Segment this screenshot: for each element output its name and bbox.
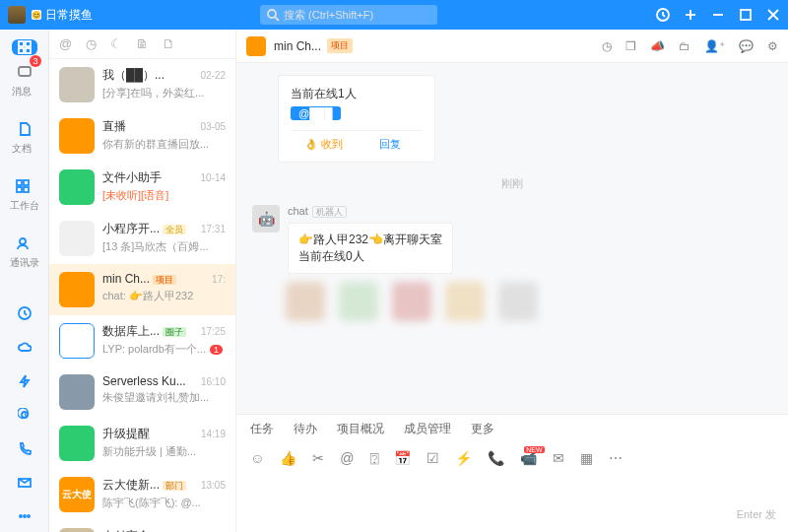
titlebar: 😊 日常摸鱼 搜索 (Ctrl+Shift+F): [0, 0, 788, 30]
chat-time: 17:: [212, 274, 226, 285]
chat-name: 我（██）...: [102, 67, 164, 84]
bot-message: 🤖 chat机器人 👉路人甲232👈离开聊天室 当前在线0人: [252, 205, 772, 274]
sidebar-apps[interactable]: [12, 39, 37, 55]
card-mention-pill[interactable]: @███: [291, 106, 341, 120]
chat-avatar: [59, 528, 95, 532]
chat-list-item[interactable]: 云大使 云大使新...部门13:05 陈宇飞(陈宇飞): @...: [49, 469, 235, 520]
call-icon[interactable]: 📞: [488, 450, 504, 466]
card-receive-button[interactable]: 👌 收到: [291, 137, 357, 152]
bolt-icon[interactable]: ⚡: [455, 450, 472, 466]
chat-list-item[interactable]: min Ch...项目17: chat: 👉路人甲232: [49, 264, 235, 315]
header-settings-icon[interactable]: ⚙: [767, 39, 778, 53]
chat-list-item[interactable]: 支付宝合...部门12:29: [49, 520, 235, 532]
message-area: 当前在线1人 @███ 👌 收到 回复 刚刚 🤖 chat机器人 👉路人甲232…: [236, 63, 788, 414]
tab-more[interactable]: 更多: [471, 421, 494, 437]
workspace-title: 日常摸鱼: [45, 7, 93, 24]
header-history-icon[interactable]: ◷: [602, 39, 612, 53]
plus-icon[interactable]: [684, 8, 697, 22]
sidebar-phone-icon[interactable]: [12, 440, 37, 456]
chat-time: 14:19: [201, 429, 226, 439]
svg-rect-12: [26, 48, 31, 53]
filter-moon-icon[interactable]: ☾: [110, 36, 122, 51]
tab-tasks[interactable]: 任务: [250, 421, 274, 437]
chat-list-item[interactable]: 直播03-05 你有新的群直播回放...: [49, 110, 235, 162]
header-layers-icon[interactable]: ❒: [625, 39, 636, 53]
svg-point-18: [20, 238, 26, 244]
compose-toolbar: ☺ 👍 ✂ @ ⍰ 📅 ☑ ⚡ 📞 📹NEW ✉ ▦ ⋯: [236, 443, 788, 473]
video-icon[interactable]: 📹NEW: [520, 450, 537, 466]
svg-rect-9: [19, 41, 24, 46]
filter-at-icon[interactable]: @: [59, 36, 72, 51]
search-icon: [266, 8, 280, 22]
info-card: 当前在线1人 @███ 👌 收到 回复: [278, 75, 435, 163]
card-reply-button[interactable]: 回复: [357, 137, 423, 152]
filter-page-icon[interactable]: 🗋: [163, 36, 175, 51]
tab-members[interactable]: 成员管理: [404, 421, 451, 437]
status-icon: 😊: [32, 10, 41, 20]
chat-list-item[interactable]: 我（██）...02-22 [分享]在吗，外卖红...: [49, 59, 235, 110]
sidebar-workbench[interactable]: [10, 173, 35, 199]
time-separator: 刚刚: [252, 176, 772, 191]
task-icon[interactable]: ⍰: [370, 450, 378, 466]
sidebar-more-icon[interactable]: [12, 508, 37, 524]
tab-overview[interactable]: 项目概况: [337, 421, 384, 437]
header-folder-icon[interactable]: 🗀: [679, 39, 690, 53]
chat-preview: 朱俊望邀请刘礼赞加...: [102, 390, 226, 405]
user-avatar[interactable]: [8, 6, 26, 24]
chat-title: min Ch...: [274, 39, 321, 53]
sidebar-mail-icon[interactable]: [12, 475, 37, 491]
svg-rect-11: [19, 48, 24, 53]
chat-list-item[interactable]: 数据库上...圈子17:25 LYP: polardb有一个...1: [49, 315, 235, 366]
grid-icon[interactable]: ▦: [580, 450, 593, 466]
history-icon[interactable]: [656, 8, 670, 22]
chat-list: @ ◷ ☾ 🗎 🗋 我（██）...02-22 [分享]在吗，外卖红... 直播…: [49, 30, 236, 532]
close-icon[interactable]: [766, 8, 780, 22]
chat-avatar: [59, 426, 95, 461]
scissors-icon[interactable]: ✂: [312, 450, 324, 466]
tab-todo[interactable]: 待办: [294, 421, 317, 437]
more-tools-icon[interactable]: ⋯: [609, 450, 623, 466]
mail2-icon[interactable]: ✉: [553, 450, 564, 466]
filter-clock-icon[interactable]: ◷: [86, 36, 97, 51]
checkbox-icon[interactable]: ☑: [427, 450, 439, 466]
svg-rect-17: [24, 187, 29, 192]
chat-name: min Ch...项目: [102, 272, 176, 287]
sidebar-docs[interactable]: [12, 116, 37, 142]
chat-name: 文件小助手: [102, 169, 162, 186]
chat-pane: min Ch... 项目 ◷ ❒ 📣 🗀 👤⁺ 💬 ⚙ 当前在线1人 @███ …: [236, 30, 788, 532]
chat-list-item[interactable]: Serverless Ku...16:10 朱俊望邀请刘礼赞加...: [49, 366, 235, 418]
svg-rect-13: [19, 67, 31, 76]
sidebar-messages[interactable]: 3: [12, 59, 37, 85]
header-chat-icon[interactable]: 💬: [739, 39, 754, 53]
sidebar-clock-icon[interactable]: [12, 305, 37, 321]
chat-list-item[interactable]: 小程序开...全员17:31 [13 条]马欣杰（百姆...: [49, 213, 235, 264]
chat-tabs: 任务 待办 项目概况 成员管理 更多: [236, 414, 788, 443]
svg-rect-16: [17, 187, 22, 192]
chat-preview: 新功能升级 | 通勤...: [102, 444, 226, 459]
header-announce-icon[interactable]: 📣: [650, 39, 665, 53]
emoji-icon[interactable]: ☺: [250, 450, 264, 466]
calendar-icon[interactable]: 📅: [394, 450, 411, 466]
maximize-icon[interactable]: [739, 8, 753, 22]
sidebar-at-icon[interactable]: [12, 407, 37, 423]
compose-input[interactable]: Enter 发: [236, 473, 788, 532]
chat-preview: [未收听][语音]: [102, 188, 226, 203]
filter-doc-icon[interactable]: 🗎: [136, 36, 149, 51]
chat-list-item[interactable]: 升级提醒14:19 新功能升级 | 通勤...: [49, 418, 235, 469]
like-icon[interactable]: 👍: [280, 450, 296, 466]
sidebar-cloud-icon[interactable]: [12, 340, 37, 356]
chat-list-item[interactable]: 文件小助手10-14 [未收听][语音]: [49, 162, 235, 213]
search-input[interactable]: 搜索 (Ctrl+Shift+F): [260, 5, 437, 25]
sidebar-bolt-icon[interactable]: [12, 373, 37, 389]
chat-name: 数据库上...圈子: [102, 323, 186, 340]
mention-icon[interactable]: @: [340, 450, 354, 466]
svg-point-23: [24, 515, 26, 517]
bot-bubble: 👉路人甲232👈离开聊天室 当前在线0人: [288, 223, 453, 274]
chat-time: 17:25: [201, 326, 226, 337]
header-adduser-icon[interactable]: 👤⁺: [704, 39, 725, 53]
chat-header-tag: 项目: [327, 38, 353, 53]
sidebar-contacts[interactable]: [10, 231, 35, 256]
bot-avatar: 🤖: [252, 205, 280, 233]
chat-time: 13:05: [201, 480, 226, 491]
minimize-icon[interactable]: [711, 8, 725, 22]
